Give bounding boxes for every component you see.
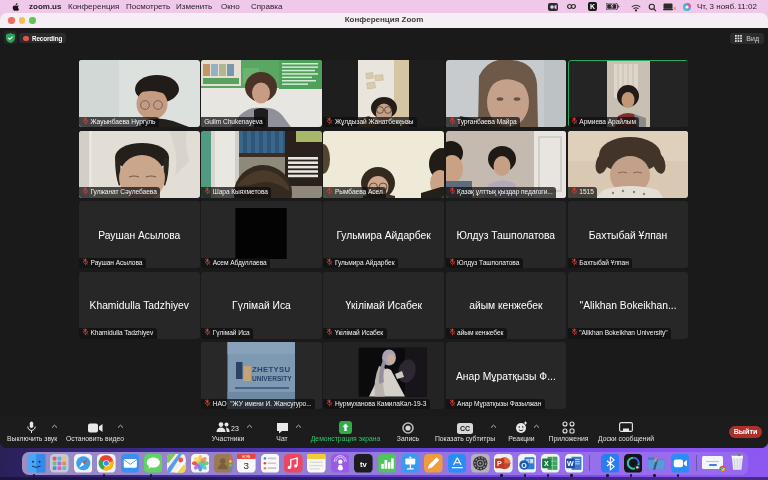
svg-text:P: P [497,460,502,468]
svg-text:CC: CC [460,425,470,432]
svg-text:O: O [521,462,527,470]
svg-text:3: 3 [244,460,250,471]
svg-text:K: K [590,3,595,10]
svg-text:X: X [544,460,549,468]
svg-text:23: 23 [231,425,239,432]
svg-text:UNIVERSITY: UNIVERSITY [252,375,292,382]
svg-text:ZHETYSU: ZHETYSU [252,365,291,374]
svg-text:W: W [567,460,574,468]
svg-text:НОЯБ: НОЯБ [243,455,251,459]
svg-text:tv: tv [360,460,368,469]
